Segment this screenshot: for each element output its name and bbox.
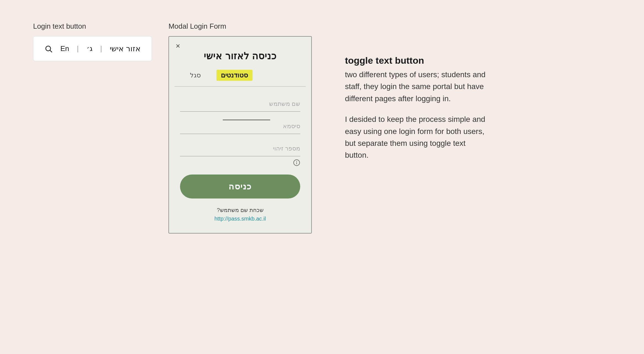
toggle-text-button-heading: toggle text button: [345, 55, 488, 66]
right-paragraph-1: two different types of users; students a…: [345, 69, 488, 104]
left-section: Login text button אזור אישי | ג׳ | En: [33, 22, 152, 61]
svg-point-0: [46, 46, 51, 51]
forgot-link[interactable]: http://pass.smkb.ac.il: [214, 216, 266, 222]
right-content: toggle text button two different types o…: [345, 55, 488, 161]
middle-section-label: Modal Login Form: [168, 22, 226, 31]
username-input[interactable]: [180, 95, 300, 112]
nav-bar-preview: אזור אישי | ג׳ | En: [33, 36, 152, 61]
password-input[interactable]: [180, 117, 300, 134]
right-section: toggle text button two different types o…: [328, 22, 488, 161]
modal-close-button[interactable]: ×: [176, 42, 180, 50]
nav-lang-divider: |: [77, 44, 79, 53]
middle-section: Modal Login Form × כניסה לאזור אישי סטוד…: [168, 22, 312, 234]
id-input[interactable]: [180, 140, 300, 156]
nav-divider: |: [100, 44, 102, 53]
info-icon-row: [180, 156, 300, 166]
modal-login-form: × כניסה לאזור אישי סטודנטים סגל: [168, 36, 312, 234]
left-section-label: Login text button: [33, 22, 86, 31]
svg-point-4: [297, 161, 297, 162]
nav-login-button[interactable]: אזור אישי: [110, 44, 141, 53]
svg-line-1: [50, 50, 52, 52]
nav-lang-en[interactable]: En: [60, 44, 69, 53]
forgot-username-text: שכחת שם משתמש?: [180, 207, 300, 213]
toggle-staff-button[interactable]: סגל: [186, 70, 205, 81]
search-icon[interactable]: [44, 45, 53, 53]
right-paragraph-2: I desided to keep the process simple and…: [345, 113, 488, 161]
login-submit-button[interactable]: כניסה: [180, 175, 300, 199]
user-type-toggle: סטודנטים סגל: [175, 70, 306, 87]
info-icon[interactable]: [293, 159, 300, 166]
forgot-section: שכחת שם משתמש? http://pass.smkb.ac.il: [169, 204, 311, 233]
modal-title: כניסה לאזור אישי: [169, 37, 311, 70]
nav-lang-he[interactable]: ג׳: [87, 44, 93, 53]
login-form-fields: [169, 95, 311, 166]
toggle-students-button[interactable]: סטודנטים: [216, 70, 253, 81]
